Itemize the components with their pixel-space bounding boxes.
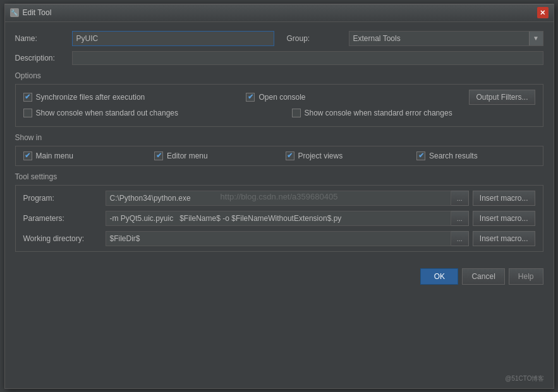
main-menu-checkbox[interactable]: ✔ (23, 151, 32, 160)
working-dir-input-wrapper: ... (106, 231, 469, 246)
program-input[interactable] (106, 191, 451, 206)
open-console-checkbox-item: ✔ Open console (246, 93, 444, 102)
description-input[interactable] (72, 51, 543, 65)
description-label: Description: (15, 54, 72, 62)
cancel-button[interactable]: Cancel (462, 268, 504, 285)
dialog-footer: OK Cancel Help (5, 263, 554, 292)
show-in-section: ✔ Main menu ✔ Editor menu ✔ Project view… (15, 146, 543, 166)
editor-menu-item: ✔ Editor menu (154, 151, 273, 160)
name-group-row: Name: Group: External Tools ▼ (15, 31, 543, 46)
dialog-icon: 🔧 (10, 8, 19, 17)
show-in-section-label: Show in (15, 133, 543, 142)
search-results-item: ✔ Search results (416, 151, 535, 160)
group-select-value: External Tools (349, 32, 529, 45)
program-browse-button[interactable]: ... (451, 191, 469, 206)
program-label: Program: (23, 194, 106, 203)
project-views-item: ✔ Project views (286, 151, 404, 160)
show-console-stderr-label: Show console when standard error changes (305, 109, 452, 117)
name-label: Name: (15, 34, 72, 43)
show-console-stderr-checkbox[interactable]: ✔ (292, 109, 301, 117)
working-dir-browse-button[interactable]: ... (451, 231, 469, 246)
output-filters-button[interactable]: Output Filters... (469, 90, 535, 105)
sync-files-checkbox[interactable]: ✔ (23, 93, 32, 102)
group-label: Group: (287, 34, 344, 43)
main-menu-label: Main menu (36, 151, 73, 160)
working-dir-label: Working directory: (23, 234, 106, 243)
open-console-checkbox[interactable]: ✔ (246, 93, 255, 102)
help-button[interactable]: Help (509, 268, 543, 285)
parameters-browse-button[interactable]: ... (451, 211, 469, 226)
description-row: Description: (15, 51, 543, 65)
sync-files-check: ✔ (25, 93, 30, 101)
options-row-1: ✔ Synchronize files after execution ✔ Op… (23, 90, 535, 105)
parameters-input-wrapper: ... (106, 211, 469, 226)
program-insert-macro-button[interactable]: Insert macro... (473, 191, 535, 206)
close-button[interactable]: ✕ (537, 7, 549, 18)
program-row: Program: ... Insert macro... (23, 191, 535, 206)
edit-tool-dialog: 🔧 Edit Tool ✕ Name: Group: External Tool… (4, 4, 554, 389)
program-input-wrapper: ... (106, 191, 469, 206)
open-console-label: Open console (258, 93, 305, 102)
tool-settings-section-label: Tool settings (15, 172, 543, 181)
editor-menu-label: Editor menu (167, 151, 208, 160)
show-console-stderr-item: ✔ Show console when standard error chang… (292, 109, 535, 117)
dialog-body: Name: Group: External Tools ▼ Descriptio… (5, 22, 554, 263)
show-console-stdout-item: ✔ Show console when standard out changes (23, 109, 267, 117)
tool-settings-section: Program: ... Insert macro... Parameters:… (15, 185, 543, 252)
name-input[interactable] (72, 31, 274, 46)
dialog-title: Edit Tool (23, 8, 537, 17)
parameters-label: Parameters: (23, 214, 106, 223)
search-results-label: Search results (429, 151, 478, 160)
project-views-checkbox[interactable]: ✔ (286, 151, 294, 160)
options-section: ✔ Synchronize files after execution ✔ Op… (15, 84, 543, 127)
show-in-row: ✔ Main menu ✔ Editor menu ✔ Project view… (23, 151, 535, 160)
main-menu-item: ✔ Main menu (23, 151, 142, 160)
editor-menu-checkbox[interactable]: ✔ (154, 151, 163, 160)
group-select[interactable]: External Tools ▼ (349, 31, 543, 46)
parameters-insert-macro-button[interactable]: Insert macro... (473, 211, 535, 226)
ok-button[interactable]: OK (420, 268, 458, 285)
group-dropdown-arrow[interactable]: ▼ (529, 32, 543, 45)
open-console-check: ✔ (248, 93, 253, 101)
sync-files-checkbox-item: ✔ Synchronize files after execution (23, 93, 221, 102)
working-dir-insert-macro-button[interactable]: Insert macro... (473, 231, 535, 246)
working-dir-row: Working directory: ... Insert macro... (23, 231, 535, 246)
working-dir-input[interactable] (106, 231, 451, 246)
search-results-checkbox[interactable]: ✔ (416, 151, 425, 160)
parameters-input[interactable] (106, 211, 451, 226)
options-row-2: ✔ Show console when standard out changes… (23, 109, 535, 117)
parameters-row: Parameters: ... Insert macro... (23, 211, 535, 226)
sync-files-label: Synchronize files after execution (36, 93, 145, 102)
show-console-stdout-label: Show console when standard out changes (36, 109, 179, 117)
options-section-label: Options (15, 71, 543, 80)
site-credit: @51CTO博客 (505, 374, 544, 383)
project-views-label: Project views (298, 151, 343, 160)
title-bar: 🔧 Edit Tool ✕ (5, 4, 554, 22)
show-console-stdout-checkbox[interactable]: ✔ (23, 109, 32, 117)
